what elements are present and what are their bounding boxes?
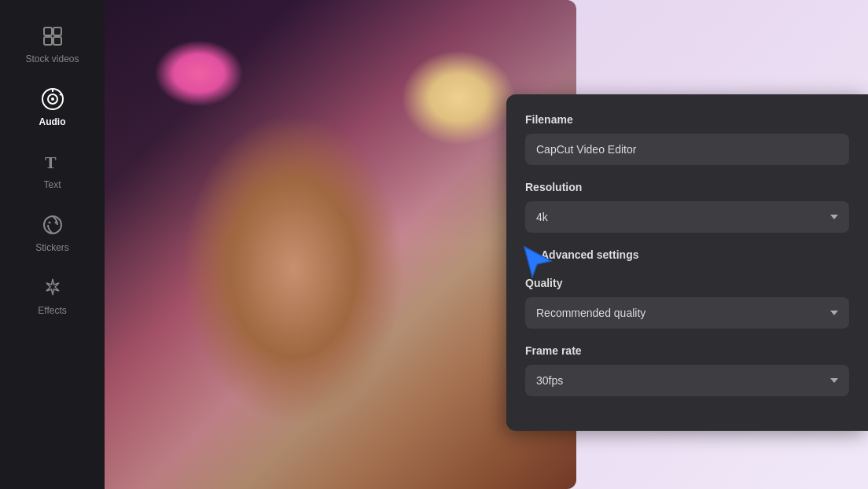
quality-section: Quality Recommended quality High quality… [525,277,849,329]
framerate-select[interactable]: 30fps 24fps 25fps 60fps [525,365,849,396]
resolution-section: Resolution 4k 2k 1080p 720p [525,181,849,233]
svg-rect-3 [53,37,61,45]
portrait-overlay [105,0,576,489]
framerate-section: Frame rate 30fps 24fps 25fps 60fps [525,344,849,396]
sidebar: Stock videos Audio T Text [0,0,105,489]
filename-input[interactable] [525,134,849,165]
sidebar-item-effects[interactable]: Effects [0,264,105,327]
sidebar-item-stock-videos[interactable]: Stock videos [0,13,105,75]
advanced-settings-row[interactable]: ⌃ Advanced settings [525,248,849,261]
effects-icon [40,275,65,300]
sidebar-item-stickers[interactable]: Stickers [0,201,105,264]
video-background [105,0,576,489]
svg-point-12 [54,222,57,224]
filename-section: Filename [525,113,849,165]
text-icon: T [40,149,65,175]
grid-icon [40,24,65,49]
video-preview [105,0,576,489]
audio-icon [40,86,65,112]
svg-point-6 [51,97,54,101]
filename-label: Filename [525,113,849,126]
framerate-select-wrapper: 30fps 24fps 25fps 60fps [525,365,849,396]
quality-label: Quality [525,277,849,289]
sidebar-label-stickers: Stickers [35,242,69,253]
sidebar-label-audio: Audio [39,116,66,127]
svg-marker-13 [524,247,551,277]
sidebar-label-text: Text [43,179,61,190]
svg-point-10 [44,216,61,233]
cursor-pointer [518,244,557,283]
resolution-label: Resolution [525,181,849,193]
resolution-select[interactable]: 4k 2k 1080p 720p [525,201,849,233]
quality-select[interactable]: Recommended quality High quality Low qua… [525,297,849,329]
svg-rect-2 [44,37,52,45]
framerate-label: Frame rate [525,344,849,357]
resolution-select-wrapper: 4k 2k 1080p 720p [525,201,849,233]
svg-rect-0 [44,28,52,35]
svg-rect-1 [53,28,61,35]
sidebar-label-effects: Effects [38,305,66,316]
export-panel: Filename Resolution 4k 2k 1080p 720p ⌃ A… [506,94,868,431]
stickers-icon [40,212,65,237]
sidebar-label-stock-videos: Stock videos [25,53,79,64]
sidebar-item-audio[interactable]: Audio [0,75,105,138]
svg-text:T: T [45,153,57,172]
svg-point-11 [48,222,50,224]
quality-select-wrapper: Recommended quality High quality Low qua… [525,297,849,329]
sidebar-item-text[interactable]: T Text [0,138,105,201]
